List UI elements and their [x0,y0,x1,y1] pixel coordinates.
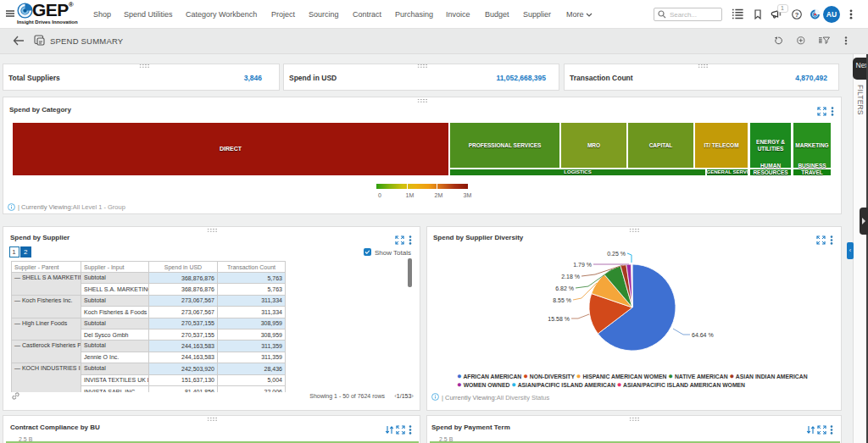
svg-text:6.82 %: 6.82 % [555,285,574,291]
svg-text:1.79 %: 1.79 % [573,262,592,268]
svg-text:2.18 %: 2.18 % [561,274,580,280]
svg-text:0.25 %: 0.25 % [607,251,626,257]
svg-text:64.64 %: 64.64 % [692,332,714,338]
svg-text:8.55 %: 8.55 % [553,297,571,303]
svg-text:?: ? [795,11,799,19]
svg-text:15.58 %: 15.58 % [548,316,570,322]
